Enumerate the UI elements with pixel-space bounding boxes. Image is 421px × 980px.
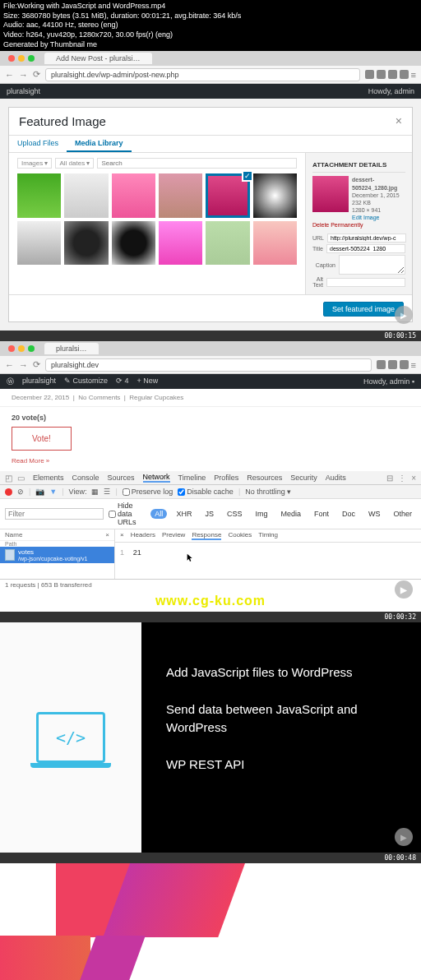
reload-icon[interactable]: ⟳ xyxy=(33,359,40,370)
max-dot[interactable] xyxy=(28,55,35,62)
play-icon[interactable]: ▶ xyxy=(395,580,413,599)
tab-sources[interactable]: Sources xyxy=(108,474,135,482)
type-js[interactable]: JS xyxy=(201,509,218,519)
tab-network[interactable]: Network xyxy=(143,473,170,483)
detail-tab-cookies[interactable]: Cookies xyxy=(228,531,252,540)
filter-icon[interactable]: ▼ xyxy=(49,488,57,496)
menu-icon[interactable]: ≡ xyxy=(411,360,416,370)
url-input[interactable]: pluralsight.dev/wp-admin/post-new.php xyxy=(45,68,360,81)
search-input[interactable] xyxy=(97,158,297,169)
view-small-icon[interactable]: ☰ xyxy=(104,488,110,496)
url-field[interactable] xyxy=(327,233,406,243)
media-thumb[interactable] xyxy=(159,173,202,217)
tab-media-library[interactable]: Media Library xyxy=(67,136,132,152)
tab-elements[interactable]: Elements xyxy=(33,474,64,482)
tab-resources[interactable]: Resources xyxy=(247,474,282,482)
type-all[interactable]: All xyxy=(150,509,167,519)
col-name[interactable]: Name xyxy=(5,531,22,539)
ext-icon[interactable] xyxy=(388,360,397,369)
media-thumb[interactable] xyxy=(17,173,61,217)
detail-tab-preview[interactable]: Preview xyxy=(162,531,185,540)
capture-icon[interactable]: 📷 xyxy=(35,488,44,496)
ext-icon[interactable] xyxy=(388,70,397,79)
type-font[interactable]: Font xyxy=(310,509,333,519)
type-css[interactable]: CSS xyxy=(223,509,247,519)
play-icon[interactable]: ▶ xyxy=(395,306,413,324)
back-icon[interactable]: ← xyxy=(5,360,14,370)
new-link[interactable]: + New xyxy=(137,377,159,387)
type-other[interactable]: Other xyxy=(389,509,416,519)
updates-link[interactable]: ⟳ 4 xyxy=(116,377,129,387)
close-icon[interactable]: × xyxy=(411,474,416,483)
settings-icon[interactable]: ⋮ xyxy=(398,474,406,483)
wp-site-name[interactable]: pluralsight xyxy=(7,87,40,95)
forward-icon[interactable]: → xyxy=(19,360,28,370)
ext-icon[interactable] xyxy=(400,70,409,79)
customize-link[interactable]: ✎ Customize xyxy=(64,377,108,387)
media-thumb[interactable] xyxy=(112,221,155,265)
detail-tab-response[interactable]: Response xyxy=(192,531,221,540)
back-icon[interactable]: ← xyxy=(5,70,14,80)
max-dot[interactable] xyxy=(28,345,35,352)
read-more-link[interactable]: Read More » xyxy=(12,457,409,465)
type-ws[interactable]: WS xyxy=(364,509,385,519)
ext-icon[interactable] xyxy=(377,70,386,79)
close-icon[interactable]: × xyxy=(396,114,402,128)
type-img[interactable]: Img xyxy=(251,509,271,519)
wp-logo-icon[interactable]: ⓦ xyxy=(7,377,14,387)
browser-tab[interactable]: Add New Post - pluralsi… xyxy=(44,53,152,64)
media-thumb[interactable] xyxy=(206,221,249,265)
vote-button[interactable]: Vote! xyxy=(12,427,72,451)
tab-console[interactable]: Console xyxy=(72,474,99,482)
ext-icon[interactable] xyxy=(365,70,374,79)
url-input[interactable]: pluralsight.dev xyxy=(45,358,372,372)
close-detail-icon[interactable]: × xyxy=(120,531,124,540)
detail-tab-headers[interactable]: Headers xyxy=(131,531,155,540)
media-thumb[interactable] xyxy=(253,173,297,217)
ext-icon[interactable] xyxy=(400,360,409,369)
set-featured-image-button[interactable]: Set featured image xyxy=(323,302,404,317)
filter-input[interactable] xyxy=(5,508,104,520)
caption-field[interactable] xyxy=(339,255,405,275)
request-row[interactable]: votes /wp-json/cupcake-voting/v1 xyxy=(0,547,114,563)
record-icon[interactable] xyxy=(5,488,12,496)
inspect-icon[interactable]: ◰ xyxy=(5,474,12,483)
media-thumb[interactable] xyxy=(64,173,108,217)
media-thumb[interactable] xyxy=(64,221,108,265)
min-dot[interactable] xyxy=(18,345,25,352)
close-dot[interactable] xyxy=(8,55,15,62)
media-thumb[interactable] xyxy=(112,173,155,217)
close-panel-icon[interactable]: × xyxy=(105,531,109,539)
preserve-log-checkbox[interactable]: Preserve log xyxy=(123,488,173,496)
wp-howdy[interactable]: Howdy, admin ▪ xyxy=(363,377,414,386)
title-field[interactable] xyxy=(326,244,405,253)
tab-profiles[interactable]: Profiles xyxy=(214,474,238,482)
filter-date-select[interactable]: All dates ▾ xyxy=(55,158,94,169)
media-thumb-selected[interactable]: ✓ xyxy=(206,173,249,217)
type-media[interactable]: Media xyxy=(276,509,305,519)
tab-audits[interactable]: Audits xyxy=(326,474,346,482)
tab-timeline[interactable]: Timeline xyxy=(178,474,206,482)
detail-tab-timing[interactable]: Timing xyxy=(258,531,278,540)
wp-admin-bar[interactable]: ⓦ pluralsight ✎ Customize ⟳ 4 + New Howd… xyxy=(0,374,421,389)
throttle-select[interactable]: No throttling ▾ xyxy=(245,488,291,496)
clear-icon[interactable]: ⊘ xyxy=(17,488,24,496)
wp-howdy[interactable]: Howdy, admin xyxy=(368,87,414,95)
filter-type-select[interactable]: Images ▾ xyxy=(17,158,52,169)
browser-tab[interactable]: pluralsi… xyxy=(44,343,99,354)
media-thumb[interactable] xyxy=(253,221,297,265)
edit-image-link[interactable]: Edit Image xyxy=(312,214,405,221)
disable-cache-checkbox[interactable]: Disable cache xyxy=(178,488,234,496)
window-controls[interactable] xyxy=(3,55,39,62)
close-dot[interactable] xyxy=(8,345,15,352)
menu-icon[interactable]: ≡ xyxy=(411,70,416,80)
min-dot[interactable] xyxy=(18,55,25,62)
tab-security[interactable]: Security xyxy=(290,474,317,482)
type-doc[interactable]: Doc xyxy=(338,509,359,519)
type-xhr[interactable]: XHR xyxy=(172,509,196,519)
device-icon[interactable]: ▭ xyxy=(17,474,25,483)
media-thumb[interactable] xyxy=(17,221,61,265)
media-thumb[interactable] xyxy=(159,221,202,265)
window-controls[interactable] xyxy=(3,345,39,352)
wp-admin-bar[interactable]: pluralsight Howdy, admin xyxy=(0,84,421,99)
